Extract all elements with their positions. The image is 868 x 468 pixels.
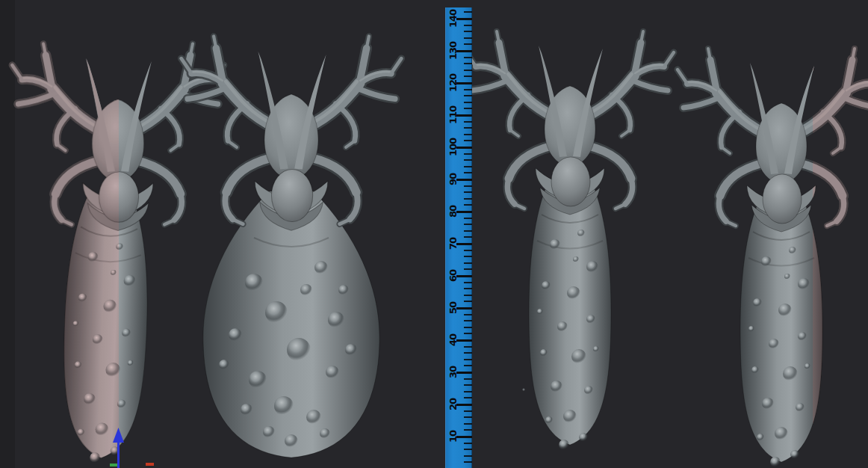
ruler-minor-tick (464, 172, 472, 173)
ruler-minor-tick (464, 89, 472, 90)
ruler-label: 70 (446, 237, 459, 251)
ruler-label: 80 (446, 205, 459, 219)
y-axis-handle[interactable] (110, 464, 117, 467)
ruler-minor-tick (464, 333, 472, 334)
ruler-minor-tick (464, 70, 472, 71)
ruler-label: 100 (446, 141, 459, 155)
ruler-minor-tick (464, 185, 472, 187)
model-larva-1[interactable] (12, 44, 224, 465)
ruler-minor-tick (464, 153, 472, 155)
ruler-minor-tick (464, 230, 472, 232)
ruler-minor-tick (464, 384, 472, 386)
ruler-minor-tick (464, 429, 472, 431)
ruler-minor-tick (464, 134, 472, 135)
sculpt-viewport[interactable]: 140130120110100908070605040302010 (0, 0, 868, 468)
ruler-minor-tick (464, 218, 472, 219)
ruler-minor-tick (464, 262, 472, 264)
ruler-minor-tick (464, 198, 472, 200)
ruler-minor-tick (464, 359, 472, 360)
ruler-minor-tick (464, 365, 472, 366)
ruler-minor-tick (464, 443, 472, 444)
ruler-minor-tick (464, 204, 472, 206)
ruler-minor-tick (464, 397, 472, 398)
stray-dot (523, 389, 525, 391)
ruler-minor-tick (464, 159, 472, 161)
ruler-label: 140 (446, 12, 459, 26)
model-larva-4[interactable] (678, 49, 868, 467)
ruler-label: 30 (446, 366, 459, 380)
mask-pink-left-half (12, 44, 224, 465)
ruler-minor-tick (464, 391, 472, 392)
ruler-minor-tick (464, 95, 472, 96)
ruler-minor-tick (464, 301, 472, 302)
ruler-minor-tick (464, 314, 472, 315)
ruler-minor-tick (464, 250, 472, 251)
ruler-label: 110 (446, 108, 459, 123)
ruler-minor-tick (464, 410, 472, 412)
ruler-minor-tick (464, 224, 472, 225)
ruler-label: 10 (446, 430, 459, 444)
ruler-label: 90 (446, 173, 459, 187)
model-canvas[interactable] (0, 0, 868, 468)
ruler-minor-tick (464, 166, 472, 167)
ruler-minor-tick (464, 108, 472, 109)
model-larva-3[interactable] (466, 31, 674, 450)
x-axis-handle[interactable] (146, 463, 154, 466)
ruler-minor-tick (464, 37, 472, 39)
ruler-label: 20 (446, 398, 459, 412)
ruler-minor-tick (464, 25, 472, 26)
ruler-minor-tick (464, 449, 472, 450)
ruler-minor-tick (464, 416, 472, 418)
ruler-minor-tick (464, 11, 472, 13)
ruler-minor-tick (464, 127, 472, 129)
ruler-minor-tick (464, 31, 472, 32)
ruler-label: 40 (446, 333, 459, 348)
ruler-minor-tick (464, 43, 472, 45)
ruler-label: 120 (446, 76, 459, 90)
ruler-minor-tick (464, 57, 472, 58)
ruler-minor-tick (464, 455, 472, 457)
ruler-minor-tick (464, 423, 472, 425)
ruler-minor-tick (464, 282, 472, 283)
ruler-minor-tick (464, 63, 472, 64)
ruler-minor-tick (464, 191, 472, 193)
ruler-minor-tick (464, 295, 472, 296)
ruler-minor-tick (464, 320, 472, 321)
ruler-minor-tick (464, 461, 472, 463)
ruler-minor-tick (464, 102, 472, 103)
ruler-label: 50 (446, 301, 459, 315)
ruler-minor-tick (464, 346, 472, 348)
ruler-minor-tick (464, 236, 472, 238)
ruler-minor-tick (464, 378, 472, 380)
ruler: 140130120110100908070605040302010 (445, 7, 472, 468)
ruler-minor-tick (464, 352, 472, 354)
ruler-minor-tick (464, 268, 472, 270)
ruler-minor-tick (464, 76, 472, 77)
ruler-label: 60 (446, 269, 459, 283)
ruler-minor-tick (464, 140, 472, 141)
ruler-label: 130 (446, 44, 459, 58)
ruler-minor-tick (464, 288, 472, 289)
ruler-minor-tick (464, 256, 472, 257)
ruler-minor-tick (464, 121, 472, 123)
ruler-minor-tick (464, 327, 472, 328)
